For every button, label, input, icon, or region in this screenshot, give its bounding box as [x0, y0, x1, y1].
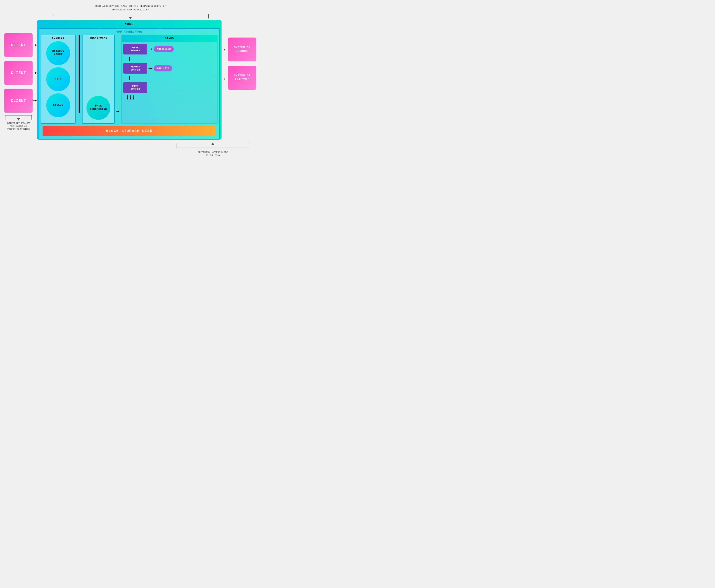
diagram-wrapper: YOUR AGGREGATORS TAKE ON THE RESPONSIBIL… — [4, 4, 256, 208]
disk-buffer-2: DISK BUFFER — [123, 82, 147, 93]
output-system-of-analysis: SYSTEM OF ANALYSIS — [228, 66, 256, 90]
node-opw-container: NODE OPW AGGREGATOR SOURCES DATADOG AGEN… — [37, 20, 222, 141]
source-http: HTTP — [46, 67, 70, 91]
sinks-column: SINKS DISK BUFFER ARCHIVING — [121, 35, 218, 124]
svg-marker-29 — [132, 98, 134, 100]
sink-row-3: DISK BUFFER — [123, 82, 216, 93]
opw-box: OPW AGGREGATOR SOURCES DATADOG AGENT HTT… — [39, 28, 220, 140]
vert-connector-2 — [123, 76, 135, 80]
top-annotation: YOUR AGGREGATORS TAKE ON THE RESPONSIBIL… — [4, 4, 256, 12]
svg-marker-7 — [17, 118, 20, 121]
top-annotation-line1: YOUR AGGREGATORS TAKE ON THE RESPONSIBIL… — [4, 4, 256, 8]
svg-marker-9 — [35, 44, 37, 46]
svg-marker-17 — [118, 110, 120, 112]
sources-items: DATADOG AGENT HTTP SYSLOG — [43, 41, 74, 117]
node-box: NODE OPW AGGREGATOR SOURCES DATADOG AGEN… — [37, 20, 222, 140]
arrow-to-records — [222, 48, 225, 51]
svg-marker-22 — [151, 67, 152, 69]
svg-marker-3 — [128, 17, 132, 19]
sources-to-transforms-arrows — [77, 35, 80, 124]
svg-marker-31 — [224, 49, 225, 51]
client-box-1: CLIENT — [4, 33, 33, 57]
analysis-pill: ANALYSIS — [154, 65, 172, 71]
transforms-items: DATA PROCESSING — [86, 41, 110, 122]
svg-marker-19 — [151, 48, 152, 50]
down-arrows — [123, 95, 135, 100]
sink-row-2: MEMORY BUFFER ANALYSIS — [123, 63, 216, 74]
transforms-column: TRANSFORMS DATA PROCESSING — [82, 35, 115, 124]
svg-marker-27 — [130, 98, 131, 100]
clients-group: CLIENT CLIENT CLIENT — [4, 33, 33, 113]
transforms-header: TRANSFORMS — [89, 37, 107, 40]
svg-marker-11 — [35, 72, 37, 74]
svg-marker-13 — [35, 100, 37, 102]
svg-marker-37 — [211, 143, 214, 145]
inner-columns: SOURCES DATADOG AGENT HTTP SYSLOG — [41, 35, 218, 124]
bottom-annotation-area: BUFFERING HAPPENS CLOSE TO THE SINK — [4, 143, 256, 157]
node-label: NODE — [37, 21, 222, 27]
source-syslog: SYSLOG — [46, 93, 70, 117]
top-annotation-line2: BUFFERING AND DURABILITY — [4, 8, 256, 12]
arrow-client-2 — [33, 61, 37, 85]
svg-marker-33 — [224, 78, 225, 80]
client-box-3: CLIENT — [4, 89, 33, 113]
arrow-client-1 — [33, 33, 37, 57]
bottom-brace-svg — [176, 143, 250, 149]
memory-buffer: MEMORY BUFFER — [123, 63, 147, 74]
sink-row-1: DISK BUFFER ARCHIVING — [123, 44, 216, 55]
left-arrows-area — [33, 33, 37, 113]
archiving-pill: ARCHIVING — [154, 46, 174, 52]
source-datadog: DATADOG AGENT — [46, 41, 70, 65]
disk-buffer-1: DISK BUFFER — [123, 44, 147, 55]
sinks-header: SINKS — [122, 35, 217, 42]
block-storage: BLOCK STORAGE DISK — [43, 126, 216, 136]
top-brace-svg — [48, 13, 213, 20]
bottom-annotation: BUFFERING HAPPENS CLOSE TO THE SINK — [176, 143, 250, 157]
client-box-2: CLIENT — [4, 61, 33, 85]
arrow-client-3 — [33, 89, 37, 113]
output-system-of-records: SYSTEM OF RECORDS — [228, 38, 256, 61]
left-clients-column: CLIENT CLIENT CLIENT CLIENTS GET — [4, 20, 33, 131]
client-row-3: CLIENT — [4, 89, 33, 113]
svg-marker-25 — [127, 98, 128, 100]
bottom-annotation-text: BUFFERING HAPPENS CLOSE TO THE SINK — [176, 151, 250, 157]
arrow-to-analysis — [222, 78, 225, 81]
sources-header: SOURCES — [43, 37, 74, 40]
sources-column: SOURCES DATADOG AGENT HTTP SYSLOG — [41, 35, 76, 124]
vert-connector-1 — [123, 57, 135, 61]
client-annotation: CLIENTS GET DATA OFF THE MACHINE AS QUIC… — [4, 122, 33, 131]
right-arrows-area — [222, 48, 225, 81]
transform-data-processing: DATA PROCESSING — [86, 96, 110, 120]
client-row-2: CLIENT — [4, 61, 33, 85]
transforms-to-sinks-arrow — [117, 35, 120, 124]
client-brace-svg — [4, 114, 33, 121]
opw-label: OPW AGGREGATOR — [41, 29, 218, 35]
sinks-content: DISK BUFFER ARCHIVING — [122, 42, 217, 123]
client-row-1: CLIENT — [4, 33, 33, 57]
client-bottom-annotation: CLIENTS GET DATA OFF THE MACHINE AS QUIC… — [4, 114, 33, 131]
top-brace-container — [4, 13, 256, 20]
right-outputs: SYSTEM OF RECORDS SYSTEM OF ANALYSIS — [228, 38, 256, 90]
